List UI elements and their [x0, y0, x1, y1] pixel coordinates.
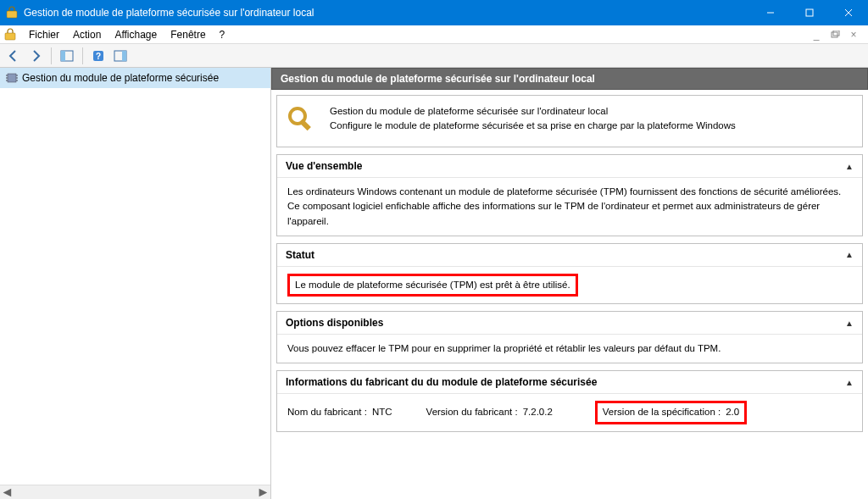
- help-button[interactable]: ?: [88, 46, 108, 66]
- tpm-key-icon: [286, 104, 320, 138]
- section-overview: Vue d'ensemble ▲ Les ordinateurs Windows…: [276, 154, 863, 236]
- section-overview-header[interactable]: Vue d'ensemble ▲: [277, 155, 862, 178]
- maximize-button[interactable]: [790, 0, 829, 25]
- back-button[interactable]: [3, 46, 24, 66]
- intro-title: Gestion du module de plateforme sécurisé…: [330, 104, 736, 119]
- tpm-status-message: Le module de plateforme sécurisée (TPM) …: [287, 274, 578, 297]
- mmc-icon: [3, 28, 17, 42]
- intro-panel: Gestion du module de plateforme sécurisé…: [276, 95, 863, 147]
- section-options-title: Options disponibles: [286, 317, 383, 329]
- mfr-name-value: NTC: [372, 405, 392, 419]
- section-status-header[interactable]: Statut ▲: [277, 244, 862, 267]
- svg-rect-14: [8, 74, 16, 82]
- svg-rect-2: [806, 9, 813, 16]
- collapse-icon: ▲: [845, 378, 854, 387]
- toolbar-separator: [82, 47, 83, 64]
- menu-action[interactable]: Action: [66, 27, 108, 42]
- svg-rect-6: [832, 32, 837, 37]
- collapse-icon: ▲: [845, 162, 854, 171]
- console-tree: Gestion du module de plateforme sécurisé…: [0, 68, 271, 499]
- child-close-button[interactable]: ×: [846, 28, 861, 42]
- menubar: Fichier Action Affichage Fenêtre ? _ ×: [0, 25, 868, 44]
- section-manufacturer-title: Informations du fabricant du du module d…: [286, 376, 597, 388]
- close-button[interactable]: [829, 0, 868, 25]
- svg-rect-13: [122, 51, 126, 61]
- section-overview-body: Les ordinateurs Windows contenant un mod…: [277, 178, 862, 236]
- collapse-icon: ▲: [845, 250, 854, 259]
- app-icon: [5, 6, 19, 19]
- toolbar: ?: [0, 44, 868, 68]
- spec-version-label: Version de la spécification :: [603, 405, 721, 419]
- svg-rect-0: [7, 11, 17, 18]
- section-manufacturer-header[interactable]: Informations du fabricant du du module d…: [277, 371, 862, 394]
- menu-help[interactable]: ?: [213, 27, 232, 42]
- child-restore-button[interactable]: [827, 28, 843, 42]
- collapse-icon: ▲: [845, 319, 854, 328]
- section-status-title: Statut: [286, 249, 314, 261]
- minimize-button[interactable]: [751, 0, 790, 25]
- menu-affichage[interactable]: Affichage: [108, 27, 164, 42]
- toolbar-separator: [51, 47, 52, 64]
- content-header: Gestion du module de plateforme sécurisé…: [271, 68, 868, 90]
- tree-root-tpm[interactable]: Gestion du module de plateforme sécurisé…: [0, 68, 270, 88]
- spec-version-value: 2.0: [726, 405, 739, 419]
- menu-fenetre[interactable]: Fenêtre: [164, 27, 212, 42]
- section-options-body: Vous pouvez effacer le TPM pour en suppr…: [277, 335, 862, 363]
- mfr-version-value: 7.2.0.2: [523, 405, 553, 419]
- tpm-chip-icon: [5, 71, 19, 85]
- section-options-header[interactable]: Options disponibles ▲: [277, 312, 862, 335]
- mfr-name-label: Nom du fabricant :: [287, 405, 367, 419]
- content-pane: Gestion du module de plateforme sécurisé…: [271, 68, 868, 499]
- section-status: Statut ▲ Le module de plateforme sécuris…: [276, 243, 863, 304]
- svg-point-23: [295, 114, 300, 119]
- menu-fichier[interactable]: Fichier: [22, 27, 66, 42]
- action-pane-button[interactable]: [110, 46, 131, 66]
- scroll-left-icon[interactable]: ◄: [0, 485, 14, 500]
- window-title: Gestion de module de plateforme sécurisé…: [24, 7, 751, 19]
- mfr-version-label: Version du fabricant :: [426, 405, 518, 419]
- forward-button[interactable]: [25, 46, 46, 66]
- svg-rect-5: [5, 33, 15, 40]
- intro-description: Configure le module de plateforme sécuri…: [330, 119, 736, 133]
- section-manufacturer: Informations du fabricant du du module d…: [276, 370, 863, 431]
- section-overview-title: Vue d'ensemble: [286, 160, 362, 172]
- svg-rect-9: [61, 51, 65, 61]
- window-titlebar: Gestion de module de plateforme sécurisé…: [0, 0, 868, 25]
- child-minimize-button[interactable]: _: [809, 28, 824, 42]
- section-options: Options disponibles ▲ Vous pouvez efface…: [276, 311, 863, 363]
- sidebar-hscrollbar[interactable]: ◄ ►: [0, 485, 270, 499]
- show-hide-tree-button[interactable]: [57, 46, 77, 66]
- scroll-right-icon[interactable]: ►: [256, 485, 270, 500]
- main-area: Gestion du module de plateforme sécurisé…: [0, 68, 868, 499]
- svg-rect-7: [833, 30, 839, 36]
- svg-text:?: ?: [96, 52, 101, 61]
- tree-root-label: Gestion du module de plateforme sécurisé…: [22, 72, 219, 84]
